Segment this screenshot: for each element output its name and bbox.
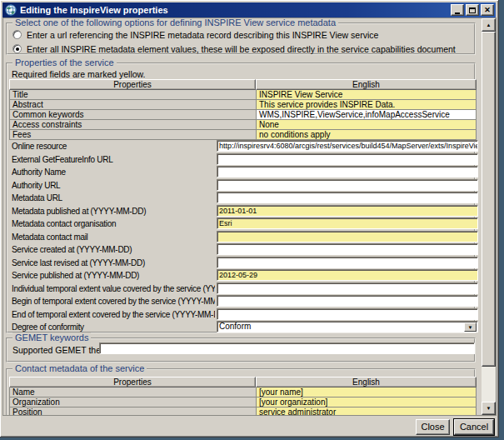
field-row: Metadata published at (YYYY-MM-DD)2011-0… [9, 205, 478, 218]
property-name: Name [9, 388, 256, 398]
arrow-up-icon: ▲ [487, 22, 492, 28]
property-value-cell[interactable]: This service provides INSPIRE Data. [256, 100, 477, 110]
field-input[interactable] [217, 179, 478, 191]
close-button[interactable]: Close [416, 419, 450, 435]
scroll-down-button[interactable]: ▼ [482, 402, 496, 415]
arrow-down-icon: ▼ [487, 406, 492, 411]
field-label: Online resource [12, 142, 215, 151]
field-input[interactable] [217, 295, 478, 307]
property-value-cell[interactable]: INSPIRE View Service [256, 90, 477, 100]
property-value-cell[interactable]: None [256, 120, 477, 130]
property-name: Common keywords [9, 110, 256, 120]
close-icon: ✕ [484, 7, 491, 14]
table-row: Positionservice administrator [9, 408, 477, 416]
field-input[interactable] [217, 231, 478, 242]
scroll-up-button[interactable]: ▲ [482, 18, 496, 32]
column-header-english[interactable]: English [256, 377, 477, 388]
minimize-button[interactable] [451, 4, 464, 16]
gemet-group-label: GEMET keywords [12, 332, 91, 342]
field-row: Service published at (YYYY-MM-DD)2012-05… [9, 269, 478, 282]
field-row: Metadata URL [9, 192, 478, 205]
contact-table: Properties English Name[your name]Organi… [9, 377, 477, 416]
table-row: Name[your name] [9, 388, 477, 398]
maximize-icon [469, 8, 476, 13]
field-label: Begin of temporal extent covered by the … [12, 297, 215, 306]
dialog-window: Editing the InspireView properties ✕ Sel… [0, 0, 499, 438]
scrollbar-thumb[interactable] [482, 32, 496, 367]
field-label: Service published at (YYYY-MM-DD) [12, 271, 215, 280]
field-label: Service last revised at (YYYY-MM-DD) [12, 258, 215, 268]
radio-label: Enter a url referencing the INSPIRE meta… [27, 30, 378, 40]
service-properties-groupbox: Properties of the service Required field… [6, 62, 476, 333]
maximize-button[interactable] [466, 4, 479, 16]
properties-group-label: Properties of the service [12, 58, 117, 68]
minimize-icon [455, 12, 460, 14]
gemet-groupbox: GEMET keywords Supported GEMET themes [6, 338, 476, 362]
properties-table: Properties English TitleINSPIRE View Ser… [9, 79, 477, 140]
property-value-cell[interactable]: [your name] [256, 388, 477, 398]
property-name: Organization [9, 398, 256, 408]
required-fields-note: Required fields are marked yellow. [12, 69, 146, 79]
radio-selected-icon[interactable] [12, 44, 22, 53]
gemet-themes-input[interactable] [99, 342, 475, 354]
options-group-label: Select one of the following options for … [12, 18, 338, 28]
field-input[interactable] [217, 243, 478, 255]
close-window-button[interactable]: ✕ [481, 4, 494, 16]
field-label: Service created at (YYYY-MM-DD) [12, 245, 215, 254]
field-row: Authority Name [9, 166, 478, 179]
property-value-cell[interactable]: service administrator [256, 408, 477, 416]
degree-of-conformity-select[interactable]: Conform▼ [217, 321, 478, 332]
field-label: End of temporal extent covered by the se… [12, 310, 215, 319]
options-groupbox: Select one of the following options for … [6, 22, 476, 55]
field-input[interactable] [217, 192, 478, 203]
vertical-scrollbar[interactable]: ▲ ▼ [482, 18, 496, 415]
field-row: Metadata contact organisationEsri [9, 218, 478, 231]
radio-option-all-values[interactable]: Enter all INSPIRE metadata element value… [12, 43, 456, 54]
field-input[interactable] [217, 166, 478, 178]
field-label: Metadata URL [12, 193, 215, 202]
property-name: Title [9, 90, 256, 100]
property-value-cell[interactable]: no conditions apply [256, 130, 477, 140]
column-header-properties[interactable]: Properties [9, 377, 256, 388]
table-row: Common keywordsWMS,INSPIRE,ViewService,i… [9, 110, 477, 120]
field-row: Metadata contact mail [9, 231, 478, 244]
table-row: Access constraintsNone [9, 120, 477, 130]
radio-option-url[interactable]: Enter a url referencing the INSPIRE meta… [12, 29, 378, 40]
desktop-background: { "window": { "title": "Editing the Insp… [0, 0, 504, 440]
field-input[interactable] [217, 153, 478, 165]
fields-area: Online resourcehttp://inspiresrv4:6080/a… [9, 140, 478, 334]
select-value: Conform [219, 322, 251, 331]
field-label: Metadata contact organisation [12, 219, 215, 228]
field-input[interactable]: 2012-05-29 [217, 269, 478, 281]
cancel-button[interactable]: Cancel [454, 419, 494, 435]
column-header-english[interactable]: English [256, 79, 477, 90]
field-input[interactable] [217, 282, 478, 294]
title-bar[interactable]: Editing the InspireView properties ✕ [2, 2, 496, 18]
field-row: Individual temporal extent value covered… [9, 282, 478, 296]
contact-table-rows: Name[your name]Organization[your organiz… [9, 388, 477, 416]
contact-group-label: Contact metadata of the service [12, 363, 147, 373]
column-header-properties[interactable]: Properties [9, 79, 256, 90]
field-row: External GetFeatureInfo URL [9, 153, 478, 167]
contact-groupbox: Contact metadata of the service Properti… [6, 368, 476, 416]
window-title: Editing the InspireView properties [20, 5, 168, 15]
field-input[interactable] [217, 308, 478, 320]
field-input[interactable]: http://inspiresrv4:6080/arcgis/rest/serv… [217, 140, 478, 152]
property-value-cell[interactable]: WMS,INSPIRE,ViewService,infoMapAccessSer… [256, 110, 477, 120]
form-scroll-panel: Select one of the following options for … [2, 18, 497, 416]
field-input[interactable]: Esri [217, 218, 478, 229]
field-label: Degree of conformity [12, 322, 215, 332]
property-value-cell[interactable]: [your organization] [256, 398, 477, 408]
properties-table-rows: TitleINSPIRE View ServiceAbstractThis se… [9, 90, 477, 140]
field-label: Authority URL [12, 181, 215, 190]
field-row: Service created at (YYYY-MM-DD) [9, 243, 478, 257]
field-row: Service last revised at (YYYY-MM-DD) [9, 257, 478, 270]
field-input[interactable] [217, 257, 478, 268]
field-label: Authority Name [12, 168, 215, 177]
table-row: Organization[your organization] [9, 398, 477, 408]
field-input[interactable]: 2011-01-01 [217, 205, 478, 217]
chevron-down-icon[interactable]: ▼ [464, 322, 477, 332]
radio-icon[interactable] [12, 30, 22, 39]
field-row: Online resourcehttp://inspiresrv4:6080/a… [9, 140, 478, 153]
property-name: Abstract [9, 100, 256, 110]
